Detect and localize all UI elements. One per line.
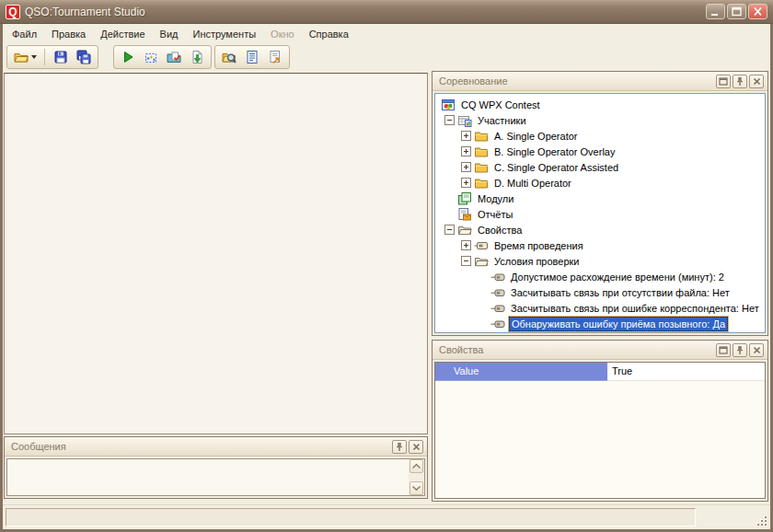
- tree-node[interactable]: Допустимое расхождение времени (минут): …: [435, 269, 765, 284]
- tree-node-label[interactable]: Засчитывать связь при отсутствии файла: …: [509, 286, 732, 299]
- tree-node-label[interactable]: Свойства: [476, 224, 524, 237]
- competition-panel-caption[interactable]: Соревнование: [433, 72, 767, 91]
- expand-icon[interactable]: [461, 240, 471, 250]
- tree-node-label[interactable]: Модули: [476, 192, 515, 205]
- collapse-icon[interactable]: [444, 115, 455, 125]
- expand-icon[interactable]: [461, 178, 471, 188]
- export-doc-icon: [268, 50, 283, 64]
- tree-node-label[interactable]: Допустимое расхождение времени (минут): …: [509, 271, 726, 283]
- tree-node-label[interactable]: Условия проверки: [492, 255, 582, 268]
- tree-node[interactable]: Участники: [435, 112, 765, 128]
- menu-вид[interactable]: Вид: [153, 26, 186, 42]
- close-panel-button[interactable]: [749, 75, 764, 88]
- float-button[interactable]: [716, 343, 731, 357]
- dropdown-arrow-icon[interactable]: [31, 55, 37, 59]
- app-window: Q QSO:Tournament Studio ФайлПравкаДейств…: [0, 0, 773, 532]
- pin-button[interactable]: [392, 440, 407, 454]
- close-panel-button[interactable]: [749, 343, 764, 357]
- collapse-icon[interactable]: [461, 256, 471, 266]
- folder-open-icon: [474, 254, 489, 269]
- menu-справка[interactable]: Справка: [302, 26, 356, 42]
- reports-icon: [457, 207, 472, 222]
- tree-node-label[interactable]: B. Single Operator Overlay: [492, 145, 617, 158]
- import-log-button[interactable]: [186, 47, 208, 67]
- tree-node[interactable]: Условия проверки: [435, 253, 765, 269]
- collapse-icon[interactable]: [444, 225, 455, 235]
- titlebar: Q QSO:Tournament Studio: [0, 0, 773, 24]
- time-icon: [474, 238, 489, 253]
- property-icon: [490, 285, 505, 300]
- folder-closed-icon: [474, 145, 489, 159]
- close-button[interactable]: [748, 4, 767, 19]
- messages-scrollbar[interactable]: [409, 459, 424, 495]
- property-icon: [490, 301, 505, 316]
- tree-node[interactable]: Обнаруживать ошибку приёма позывного: Да: [435, 316, 765, 331]
- save-all-button[interactable]: [73, 47, 95, 67]
- generate-icon: [144, 50, 158, 64]
- tree-node-label[interactable]: Отчёты: [476, 208, 514, 221]
- resize-grip[interactable]: [756, 515, 767, 526]
- tree-node-label[interactable]: Участники: [476, 114, 528, 127]
- float-button[interactable]: [716, 75, 731, 88]
- tree-node[interactable]: B. Single Operator Overlay: [435, 144, 765, 159]
- check-logs-button[interactable]: [163, 47, 185, 67]
- tree-node-label[interactable]: Время проведения: [492, 239, 585, 252]
- tree-node-label[interactable]: A. Single Operator: [492, 130, 580, 143]
- expand-icon[interactable]: [461, 146, 471, 156]
- close-panel-button[interactable]: [409, 440, 423, 454]
- status-message-cell: [6, 508, 696, 526]
- tree-node[interactable]: A. Single Operator: [435, 128, 765, 144]
- pin-button[interactable]: [733, 343, 747, 357]
- tree-node[interactable]: Модули: [435, 191, 765, 206]
- tree-node-label[interactable]: Обнаруживать ошибку приёма позывного: Да: [509, 317, 728, 331]
- preview-button[interactable]: [218, 47, 240, 67]
- pin-button[interactable]: [733, 75, 747, 88]
- tree-node[interactable]: Засчитывать связь при ошибке корреспонде…: [435, 300, 765, 316]
- toolbar-separator: [44, 49, 45, 65]
- save-all-icon: [76, 50, 91, 64]
- property-name-cell[interactable]: Value: [435, 363, 608, 381]
- property-row: ValueTrue: [435, 363, 765, 381]
- property-value-cell[interactable]: True: [608, 363, 765, 381]
- check-logs-icon: [167, 50, 181, 64]
- tree-node-label[interactable]: CQ WPX Contest: [459, 98, 542, 111]
- tree-node[interactable]: CQ WPX Contest: [435, 97, 765, 112]
- property-icon: [490, 317, 505, 331]
- minimize-button[interactable]: [706, 4, 725, 19]
- run-button[interactable]: [117, 47, 139, 67]
- tree-node[interactable]: Засчитывать связь при отсутствии файла: …: [435, 284, 765, 300]
- properties-panel-caption[interactable]: Свойства: [433, 341, 767, 360]
- menu-инструменты[interactable]: Инструменты: [185, 26, 263, 42]
- expand-icon[interactable]: [461, 131, 471, 141]
- menu-файл[interactable]: Файл: [5, 26, 44, 42]
- menu-правка[interactable]: Правка: [44, 26, 93, 42]
- window-client: ФайлПравкаДействиеВидИнструментыОкноСпра…: [3, 24, 770, 529]
- export-button[interactable]: [264, 47, 286, 67]
- tree-node[interactable]: Отчёты: [435, 206, 765, 222]
- tree-node[interactable]: Свойства: [435, 222, 765, 237]
- tree-node-label[interactable]: D. Multi Operator: [492, 177, 573, 190]
- messages-panel-caption[interactable]: Сообщения: [5, 437, 427, 457]
- scroll-up-button[interactable]: [410, 459, 423, 473]
- close-icon: [412, 443, 421, 451]
- generate-button[interactable]: [140, 47, 162, 67]
- tree-node-label[interactable]: Засчитывать связь при ошибке корреспонде…: [509, 302, 761, 315]
- tree-node[interactable]: D. Multi Operator: [435, 175, 765, 191]
- tree-node[interactable]: Время проведения: [435, 237, 765, 253]
- search-folder-icon: [222, 50, 237, 64]
- menu-bar: ФайлПравкаДействиеВидИнструментыОкноСпра…: [3, 24, 770, 43]
- tree-node[interactable]: C. Single Operator Assisted: [435, 159, 765, 175]
- menu-действие[interactable]: Действие: [93, 26, 152, 42]
- maximize-button[interactable]: [727, 4, 746, 19]
- properties-panel-title: Свойства: [439, 344, 483, 355]
- save-button[interactable]: [50, 47, 72, 67]
- open-button[interactable]: [10, 47, 32, 67]
- window-buttons: [706, 4, 767, 19]
- scroll-down-button[interactable]: [410, 481, 423, 495]
- tree-node-label[interactable]: C. Single Operator Assisted: [492, 161, 620, 174]
- expand-icon[interactable]: [461, 162, 471, 172]
- menu-окно: Окно: [263, 26, 302, 42]
- document-area: [4, 73, 428, 434]
- window-title: QSO:Tournament Studio: [25, 6, 145, 18]
- report-button[interactable]: [241, 47, 263, 67]
